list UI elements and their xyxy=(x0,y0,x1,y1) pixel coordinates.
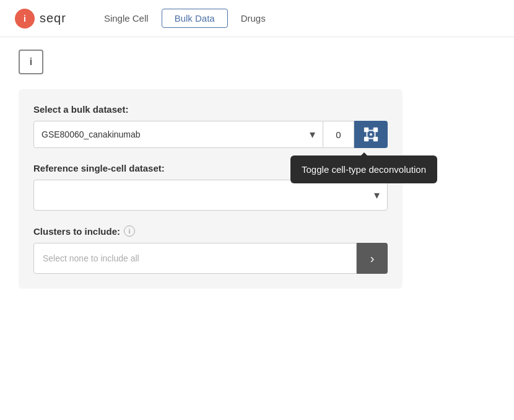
logo[interactable]: i seqr xyxy=(15,9,66,28)
nav-drugs[interactable]: Drugs xyxy=(228,9,279,28)
svg-rect-8 xyxy=(370,133,372,136)
deconvolution-icon xyxy=(363,126,379,142)
info-button[interactable]: i xyxy=(19,50,43,74)
toggle-deconvolution-button[interactable] xyxy=(354,121,388,148)
svg-rect-2 xyxy=(364,137,368,141)
clusters-input[interactable]: Select none to include all xyxy=(33,243,357,274)
clusters-section: Clusters to include: i Select none to in… xyxy=(33,225,388,274)
dataset-row: GSE80060_canakinumab ▾ 0 xyxy=(33,121,388,148)
dataset-label: Select a bulk dataset: xyxy=(33,104,388,115)
reference-chevron-icon: ▾ xyxy=(374,188,380,202)
svg-rect-3 xyxy=(373,137,378,141)
nav-bulk-data[interactable]: Bulk Data xyxy=(162,9,228,28)
dataset-chevron-icon: ▾ xyxy=(310,128,315,141)
tooltip-box: Toggle cell-type deconvolution xyxy=(290,155,437,183)
main-content: i Select a bulk dataset: GSE80060_canaki… xyxy=(0,37,514,301)
svg-rect-4 xyxy=(368,130,373,131)
svg-rect-1 xyxy=(373,128,378,132)
nav-single-cell[interactable]: Single Cell xyxy=(91,9,162,28)
svg-rect-6 xyxy=(375,132,376,136)
svg-rect-7 xyxy=(368,138,373,139)
main-panel: Select a bulk dataset: GSE80060_canakinu… xyxy=(19,89,403,289)
dataset-dropdown[interactable]: GSE80060_canakinumab ▾ xyxy=(33,121,323,148)
clusters-info-icon[interactable]: i xyxy=(124,225,135,237)
clusters-row: Select none to include all › xyxy=(33,243,388,274)
svg-rect-0 xyxy=(364,128,368,132)
clusters-label: Clusters to include: i xyxy=(33,225,388,237)
dataset-number: 0 xyxy=(323,121,354,148)
reference-dropdown[interactable]: ▾ xyxy=(33,180,388,211)
tooltip: Toggle cell-type deconvolution xyxy=(290,155,437,183)
nav-links: Single Cell Bulk Data Drugs xyxy=(91,9,279,28)
clusters-arrow-button[interactable]: › xyxy=(357,243,388,274)
navbar: i seqr Single Cell Bulk Data Drugs xyxy=(0,0,514,37)
svg-rect-5 xyxy=(367,132,368,136)
logo-icon: i xyxy=(15,9,35,28)
dataset-section: Select a bulk dataset: GSE80060_canakinu… xyxy=(33,104,388,148)
logo-text: seqr xyxy=(40,11,66,25)
